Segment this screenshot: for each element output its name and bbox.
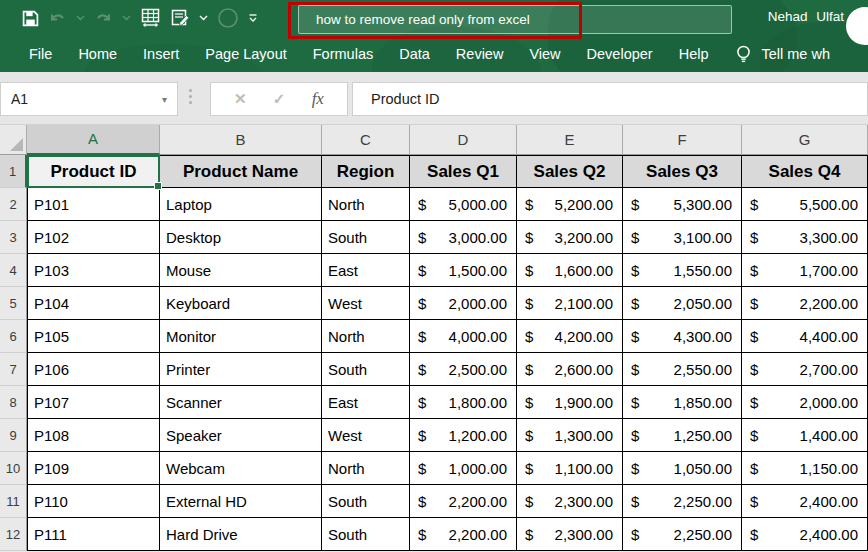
cell-G12[interactable]: $2,400.00 xyxy=(742,518,868,551)
cell-E9[interactable]: $1,300.00 xyxy=(517,419,623,452)
cell-C9[interactable]: West xyxy=(322,419,410,452)
cell-C12[interactable]: South xyxy=(322,518,410,551)
cell-F11[interactable]: $2,250.00 xyxy=(623,485,742,518)
row-number-2[interactable]: 2 xyxy=(0,188,27,221)
cell-G9[interactable]: $1,400.00 xyxy=(742,419,868,452)
cell-F10[interactable]: $1,050.00 xyxy=(623,452,742,485)
cell-D5[interactable]: $2,000.00 xyxy=(410,287,517,320)
column-header-D[interactable]: D xyxy=(410,124,517,155)
cell-A2[interactable]: P101 xyxy=(27,188,160,221)
select-all-button[interactable] xyxy=(0,124,27,155)
row-number-4[interactable]: 4 xyxy=(0,254,27,287)
cell-A7[interactable]: P106 xyxy=(27,353,160,386)
column-header-C[interactable]: C xyxy=(322,124,410,155)
column-header-E[interactable]: E xyxy=(517,124,623,155)
cell-G8[interactable]: $2,000.00 xyxy=(742,386,868,419)
cell-E5[interactable]: $2,100.00 xyxy=(517,287,623,320)
cell-D12[interactable]: $2,200.00 xyxy=(410,518,517,551)
cell-C10[interactable]: North xyxy=(322,452,410,485)
cell-E3[interactable]: $3,200.00 xyxy=(517,221,623,254)
cell-C6[interactable]: North xyxy=(322,320,410,353)
cell-C5[interactable]: West xyxy=(322,287,410,320)
cell-E6[interactable]: $4,200.00 xyxy=(517,320,623,353)
undo-icon[interactable] xyxy=(48,5,67,31)
formula-bar-input[interactable]: Product ID xyxy=(352,82,868,116)
redo-icon[interactable] xyxy=(94,5,113,31)
tab-page-layout[interactable]: Page Layout xyxy=(192,46,299,62)
cell-B8[interactable]: Scanner xyxy=(160,386,322,419)
cell-B7[interactable]: Printer xyxy=(160,353,322,386)
cell-A8[interactable]: P107 xyxy=(27,386,160,419)
cell-F8[interactable]: $1,850.00 xyxy=(623,386,742,419)
cell-B2[interactable]: Laptop xyxy=(160,188,322,221)
row-number-3[interactable]: 3 xyxy=(0,221,27,254)
cell-D6[interactable]: $4,000.00 xyxy=(410,320,517,353)
tab-insert[interactable]: Insert xyxy=(130,46,192,62)
cell-G10[interactable]: $1,150.00 xyxy=(742,452,868,485)
row-number-1[interactable]: 1 xyxy=(0,155,27,188)
tab-formulas[interactable]: Formulas xyxy=(300,46,386,62)
cell-C7[interactable]: South xyxy=(322,353,410,386)
cell-B10[interactable]: Webcam xyxy=(160,452,322,485)
redo-dropdown-icon[interactable] xyxy=(122,5,131,31)
name-box[interactable]: A1 ▾ xyxy=(0,82,178,116)
cell-D10[interactable]: $1,000.00 xyxy=(410,452,517,485)
column-header-G[interactable]: G xyxy=(742,124,868,155)
cell-A9[interactable]: P108 xyxy=(27,419,160,452)
cell-E4[interactable]: $1,600.00 xyxy=(517,254,623,287)
cell-F3[interactable]: $3,100.00 xyxy=(623,221,742,254)
cell-D9[interactable]: $1,200.00 xyxy=(410,419,517,452)
cell-E1[interactable]: Sales Q2 xyxy=(517,155,623,188)
cell-D4[interactable]: $1,500.00 xyxy=(410,254,517,287)
cell-E8[interactable]: $1,900.00 xyxy=(517,386,623,419)
cell-A4[interactable]: P103 xyxy=(27,254,160,287)
tab-developer[interactable]: Developer xyxy=(574,46,666,62)
form-edit-dropdown-icon[interactable] xyxy=(199,5,208,31)
row-number-6[interactable]: 6 xyxy=(0,320,27,353)
cell-A12[interactable]: P111 xyxy=(27,518,160,551)
cell-A5[interactable]: P104 xyxy=(27,287,160,320)
cell-E7[interactable]: $2,600.00 xyxy=(517,353,623,386)
row-number-5[interactable]: 5 xyxy=(0,287,27,320)
cell-D1[interactable]: Sales Q1 xyxy=(410,155,517,188)
row-number-12[interactable]: 12 xyxy=(0,518,27,551)
tab-data[interactable]: Data xyxy=(386,46,443,62)
cell-F4[interactable]: $1,550.00 xyxy=(623,254,742,287)
customize-qat-icon[interactable] xyxy=(248,5,258,31)
cell-G4[interactable]: $1,700.00 xyxy=(742,254,868,287)
cell-B6[interactable]: Monitor xyxy=(160,320,322,353)
column-header-B[interactable]: B xyxy=(160,124,322,155)
insert-function-icon[interactable]: fx xyxy=(312,89,324,109)
row-number-7[interactable]: 7 xyxy=(0,353,27,386)
autofit-table-icon[interactable] xyxy=(140,5,161,31)
tab-view[interactable]: View xyxy=(516,46,573,62)
user-name[interactable]: Nehad Ulfat xyxy=(768,9,844,24)
cell-G7[interactable]: $2,700.00 xyxy=(742,353,868,386)
cell-D2[interactable]: $5,000.00 xyxy=(410,188,517,221)
cell-A6[interactable]: P105 xyxy=(27,320,160,353)
enter-icon[interactable]: ✓ xyxy=(273,90,286,108)
cell-E10[interactable]: $1,100.00 xyxy=(517,452,623,485)
tab-review[interactable]: Review xyxy=(443,46,517,62)
tab-file[interactable]: File xyxy=(16,46,65,62)
cell-F9[interactable]: $1,250.00 xyxy=(623,419,742,452)
cell-G1[interactable]: Sales Q4 xyxy=(742,155,868,188)
form-edit-icon[interactable] xyxy=(170,5,190,31)
cell-B4[interactable]: Mouse xyxy=(160,254,322,287)
cell-F2[interactable]: $5,300.00 xyxy=(623,188,742,221)
cell-C1[interactable]: Region xyxy=(322,155,410,188)
cell-G2[interactable]: $5,500.00 xyxy=(742,188,868,221)
cell-C11[interactable]: South xyxy=(322,485,410,518)
cell-B3[interactable]: Desktop xyxy=(160,221,322,254)
cell-B11[interactable]: External HD xyxy=(160,485,322,518)
tab-home[interactable]: Home xyxy=(65,46,130,62)
tab-help[interactable]: Help xyxy=(666,46,722,62)
cell-B1[interactable]: Product Name xyxy=(160,155,322,188)
cell-A11[interactable]: P110 xyxy=(27,485,160,518)
cell-D3[interactable]: $3,000.00 xyxy=(410,221,517,254)
cell-B12[interactable]: Hard Drive xyxy=(160,518,322,551)
cell-C3[interactable]: South xyxy=(322,221,410,254)
cell-B5[interactable]: Keyboard xyxy=(160,287,322,320)
cell-G11[interactable]: $2,400.00 xyxy=(742,485,868,518)
cell-F1[interactable]: Sales Q3 xyxy=(623,155,742,188)
